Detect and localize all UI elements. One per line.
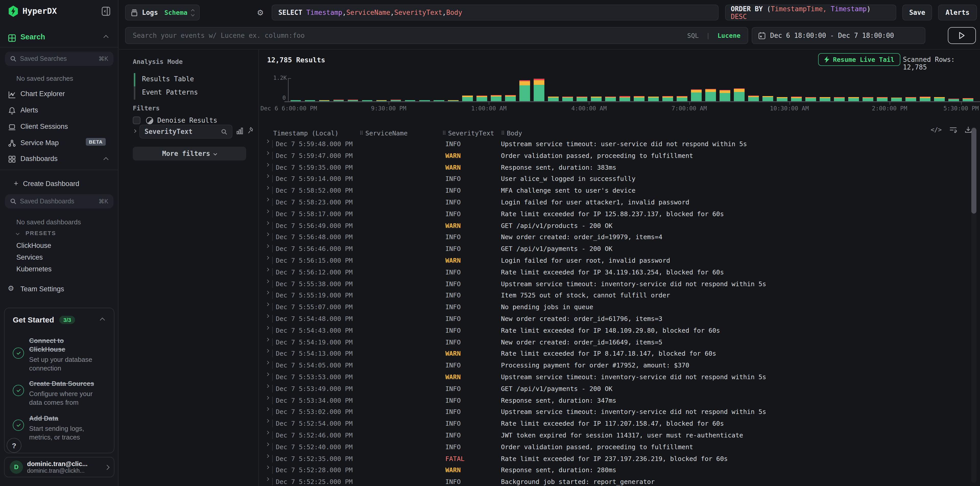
table-row[interactable]: Dec 7 5:58:17.000 PMINFORate limit excee… [259,209,980,220]
histogram-bar[interactable] [948,99,959,101]
severity-filter-field[interactable]: SeverityText [139,125,232,139]
resume-live-tail-button[interactable]: Resume Live Tail [818,53,900,66]
table-row[interactable]: Dec 7 5:59:47.000 PMWARNOrder validation… [259,150,980,162]
table-row[interactable]: Dec 7 5:55:38.000 PMINFOUpstream service… [259,278,980,290]
row-expand-chevron[interactable] [266,175,269,178]
row-expand-chevron[interactable] [266,198,269,201]
histogram-bar[interactable] [748,96,759,101]
table-row[interactable]: Dec 7 5:52:46.000 PMINFOJWT token expire… [259,430,980,441]
histogram-bar[interactable] [534,79,544,101]
sidebar-item-alerts[interactable]: Alerts [21,106,38,114]
text-wrap-icon[interactable] [949,126,957,133]
histogram-bar[interactable] [577,97,587,101]
sql-toggle[interactable]: SQL [687,32,698,39]
table-row[interactable]: Dec 7 5:56:15.000 PMWARNLogin failed for… [259,255,980,267]
presets-header[interactable]: PRESETS [25,230,56,236]
histogram-bar[interactable] [719,90,730,101]
code-view-icon[interactable]: </> [931,126,942,133]
table-row[interactable]: Dec 7 5:55:07.000 PMINFONo pending jobs … [259,301,980,313]
histogram-bar[interactable] [519,80,530,101]
row-expand-chevron[interactable] [266,244,269,248]
histogram-bar[interactable] [634,96,644,101]
search-icon[interactable] [221,129,227,135]
user-profile-button[interactable]: D dominic.tran@clic... dominic.tran@clic… [4,457,115,477]
severity-expand-chevron[interactable] [133,129,136,133]
col-header-severitytext[interactable]: ⠿SeverityText [442,129,494,137]
histogram-bar[interactable] [834,97,845,101]
table-row[interactable]: Dec 7 5:53:49.000 PMINFOGET /api/v1/paym… [259,383,980,395]
source-selector[interactable]: Logs Schema [125,5,200,21]
table-row[interactable]: Dec 7 5:52:25.000 PMINFOBackground job s… [259,476,980,486]
chart-toggle-icon[interactable] [237,127,243,134]
row-expand-chevron[interactable] [266,384,269,388]
sidebar-item-dashboards[interactable]: Dashboards [21,155,58,163]
download-icon[interactable] [965,126,972,133]
saved-dashboards-input[interactable]: Saved Dashboards ⌘K [5,194,113,209]
histogram-bar[interactable] [548,96,558,101]
table-row[interactable]: Dec 7 5:54:05.000 PMINFOProcessing payme… [259,360,980,371]
row-expand-chevron[interactable] [266,268,269,271]
preset-kubernetes[interactable]: Kubernetes [16,265,52,273]
presets-chevron-icon[interactable] [16,231,19,235]
histogram-bar[interactable] [505,95,515,101]
histogram-bar[interactable] [920,97,931,101]
mode-event-patterns[interactable]: Event Patterns [142,88,198,96]
histogram-bar[interactable] [848,97,859,101]
schema-select[interactable]: Schema [164,9,188,16]
histogram-bar[interactable] [963,98,974,101]
col-header-timestamp[interactable]: Timestamp (Local) [273,129,339,137]
date-range-picker[interactable]: Dec 6 18:00:00 - Dec 7 18:00:00 [752,27,925,44]
sidebar-item-team-settings[interactable]: Team Settings [21,285,64,293]
histogram-bar[interactable] [591,96,601,101]
histogram-bar[interactable] [734,88,744,101]
pin-icon[interactable] [247,127,254,134]
sidebar-item-chart-explorer[interactable]: Chart Explorer [21,90,65,97]
get-started-item[interactable]: Create Data Sources Configure where your… [29,380,103,407]
row-expand-chevron[interactable] [266,186,269,190]
histogram-bar[interactable] [562,97,573,101]
table-row[interactable]: Dec 7 5:58:52.000 PMINFOMFA challenge se… [259,185,980,197]
table-row[interactable]: Dec 7 5:59:35.000 PMWARNResponse sent, d… [259,162,980,174]
preset-services[interactable]: Services [16,253,43,261]
denoise-label[interactable]: Denoise Results [157,116,217,124]
table-row[interactable]: Dec 7 5:52:40.000 PMINFOOrder validation… [259,441,980,453]
histogram-bar[interactable] [934,97,945,101]
row-expand-chevron[interactable] [266,221,269,225]
histogram-bar[interactable] [677,96,687,101]
scrollbar-thumb[interactable] [971,128,977,214]
table-row[interactable]: Dec 7 5:54:13.000 PMWARNRate limit excee… [259,348,980,360]
table-row[interactable]: Dec 7 5:54:48.000 PMINFONew order create… [259,313,980,325]
histogram-bar[interactable] [819,97,830,101]
drag-handle-icon[interactable]: ⠿ [442,130,445,136]
histogram-bar[interactable] [605,97,616,101]
row-expand-chevron[interactable] [266,256,269,260]
row-expand-chevron[interactable] [266,361,269,364]
run-query-button[interactable] [948,27,976,44]
col-header-servicename[interactable]: ⠿ServiceName [360,129,407,137]
histogram-bar[interactable] [705,89,716,101]
source-settings-gear-icon[interactable]: ⚙ [257,8,264,18]
histogram-bar[interactable] [648,96,659,101]
table-row[interactable]: Dec 7 5:56:46.000 PMINFOGET /api/v1/paym… [259,243,980,255]
row-expand-chevron[interactable] [266,279,269,283]
saved-searches-input[interactable]: Saved Searches ⌘K [5,52,113,66]
histogram-bar[interactable] [662,96,673,101]
preset-clickhouse[interactable]: ClickHouse [16,242,51,249]
get-started-item[interactable]: Connect to ClickHouse Set up your databa… [29,337,103,373]
sidebar-item-client-sessions[interactable]: Client Sessions [21,123,68,130]
histogram-bar[interactable] [863,97,873,101]
table-row[interactable]: Dec 7 5:53:34.000 PMINFOResponse sent, d… [259,395,980,406]
histogram-bar[interactable] [762,96,773,101]
create-dashboard-button[interactable]: Create Dashboard [23,180,80,188]
histogram-bar[interactable] [491,95,501,101]
col-header-body[interactable]: ⠿Body [501,129,522,137]
table-row[interactable]: Dec 7 5:56:12.000 PMINFORate limit excee… [259,267,980,279]
histogram-bar[interactable] [791,97,802,101]
row-expand-chevron[interactable] [266,303,269,306]
histogram-bar[interactable] [619,96,630,101]
table-row[interactable]: Dec 7 5:52:35.000 PMFATALRate limit exce… [259,453,980,465]
table-row[interactable]: Dec 7 5:55:19.000 PMINFOItem 7525 out of… [259,290,980,302]
row-expand-chevron[interactable] [266,338,269,341]
denoise-checkbox[interactable] [133,116,140,124]
histogram-bar[interactable] [805,97,816,101]
